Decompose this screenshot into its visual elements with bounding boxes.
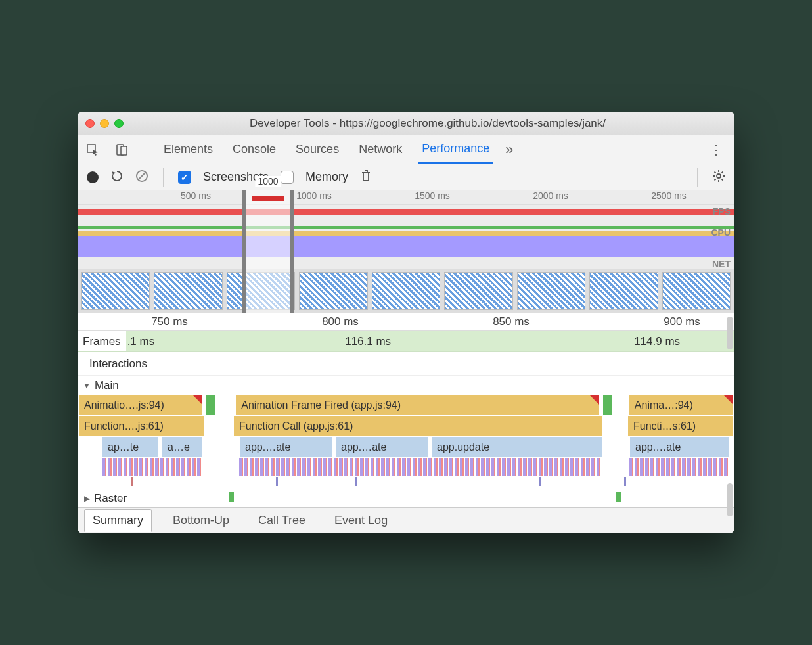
tab-summary[interactable]: Summary — [84, 509, 152, 532]
screenshot-thumb[interactable] — [81, 272, 150, 310]
flame-event[interactable]: ap…te — [102, 437, 158, 457]
scrollbar[interactable] — [727, 317, 733, 349]
overview-ruler: 500 ms 1000 ms 1500 ms 2000 ms 2500 ms — [78, 190, 734, 205]
record-button[interactable] — [87, 171, 99, 183]
frames-label: Frames — [78, 331, 126, 351]
screenshot-filmstrip[interactable] — [78, 269, 734, 313]
details-tabs: Summary Bottom-Up Call Tree Event Log — [78, 507, 734, 533]
svg-line-4 — [138, 172, 146, 180]
window-controls — [85, 119, 124, 128]
screenshot-thumb[interactable] — [444, 272, 512, 310]
flame-event[interactable]: app.update — [432, 437, 602, 457]
screenshots-checkbox[interactable]: ✓ — [178, 171, 191, 184]
interactions-label: Interactions — [89, 357, 147, 370]
flame-event[interactable] — [206, 395, 215, 415]
flame-event[interactable]: a…e — [162, 437, 202, 457]
fps-label: FPS — [713, 206, 731, 217]
ruler-tick: 1000 ms — [296, 190, 332, 201]
svg-rect-2 — [121, 146, 127, 155]
frame-duration: 116.1 ms — [345, 335, 391, 348]
flame-event[interactable]: Function….js:61) — [79, 416, 204, 436]
flamechart-pane[interactable]: 750 ms 800 ms 850 ms 900 ms Frames .1 ms… — [78, 313, 734, 507]
memory-label: Memory — [305, 170, 348, 184]
ruler-tick: 2000 ms — [533, 190, 568, 201]
svg-point-5 — [717, 174, 721, 178]
screenshot-thumb[interactable] — [662, 272, 731, 310]
screenshot-thumb[interactable] — [154, 272, 222, 310]
fps-bar — [78, 209, 734, 215]
screenshot-thumb[interactable] — [299, 272, 367, 310]
tab-bottom-up[interactable]: Bottom-Up — [165, 510, 237, 531]
close-window-button[interactable] — [85, 119, 95, 128]
zoom-window-button[interactable] — [114, 119, 124, 128]
tab-performance[interactable]: Performance — [418, 135, 493, 164]
screenshot-thumb[interactable] — [227, 272, 295, 310]
tab-sources[interactable]: Sources — [292, 136, 343, 163]
garbage-collect-icon[interactable] — [360, 169, 372, 185]
ruler-tick: 500 ms — [181, 190, 211, 201]
device-toggle-icon[interactable] — [113, 141, 130, 158]
reload-record-button[interactable] — [110, 169, 124, 185]
flame-event[interactable]: app.…ate — [630, 437, 729, 457]
main-label: Main — [95, 379, 119, 392]
tab-event-log[interactable]: Event Log — [327, 510, 395, 531]
divider — [697, 168, 698, 187]
select-element-icon[interactable] — [84, 141, 101, 158]
flame-dense[interactable] — [239, 458, 602, 476]
flame-event[interactable]: app.…ate — [240, 437, 332, 457]
divider — [145, 141, 145, 159]
tab-console[interactable]: Console — [229, 136, 280, 163]
frames-track[interactable]: Frames .1 ms 116.1 ms 114.9 ms — [78, 331, 734, 352]
flame-event[interactable]: Function Call (app.js:61) — [234, 416, 602, 436]
overview-net-lane: NET — [78, 257, 734, 269]
tab-elements[interactable]: Elements — [160, 136, 217, 163]
window-title: Developer Tools - https://googlechrome.g… — [129, 117, 727, 130]
disclosure-triangle-icon[interactable]: ▶ — [84, 494, 90, 503]
memory-checkbox[interactable] — [281, 171, 294, 184]
raster-label: Raster — [94, 492, 127, 505]
overview-cpu-lane: CPU — [78, 226, 734, 257]
clear-button[interactable] — [135, 169, 148, 185]
titlebar: Developer Tools - https://googlechrome.g… — [78, 112, 734, 135]
screenshots-label: Screenshots — [203, 170, 269, 184]
flame-event[interactable]: Animatio….js:94) — [79, 395, 202, 415]
overview-fps-lane: FPS — [78, 205, 734, 226]
flame-dense[interactable] — [102, 458, 201, 476]
frame-duration: .1 ms — [127, 335, 155, 348]
minimize-window-button[interactable] — [100, 119, 109, 128]
settings-menu-button[interactable]: ⋮ — [704, 142, 728, 158]
tab-network[interactable]: Network — [355, 136, 406, 163]
interactions-track[interactable]: Interactions — [78, 352, 734, 376]
panel-tabstrip: Elements Console Sources Network Perform… — [78, 135, 734, 164]
flame-event[interactable]: app.…ate — [336, 437, 428, 457]
more-tabs-button[interactable]: » — [505, 141, 513, 158]
ruler-tick: 2500 ms — [651, 190, 687, 201]
ruler-tick: 800 ms — [322, 315, 359, 328]
capture-settings-icon[interactable] — [712, 169, 725, 185]
ruler-tick: 1500 ms — [415, 190, 450, 201]
tab-call-tree[interactable]: Call Tree — [250, 510, 313, 531]
screenshot-thumb[interactable] — [517, 272, 585, 310]
detail-ruler: 750 ms 800 ms 850 ms 900 ms — [78, 313, 734, 331]
raster-track-header[interactable]: ▶ Raster — [78, 489, 734, 507]
overview-pane[interactable]: 500 ms 1000 ms 1500 ms 2000 ms 2500 ms F… — [78, 190, 734, 313]
frame-duration: 114.9 ms — [634, 335, 680, 348]
disclosure-triangle-icon[interactable]: ▼ — [83, 381, 91, 390]
flame-event[interactable]: Functi…s:61) — [628, 416, 733, 436]
flame-sparse — [79, 477, 733, 489]
scrollbar[interactable] — [727, 483, 733, 516]
cpu-label: CPU — [711, 227, 731, 238]
raster-event[interactable] — [229, 492, 234, 502]
divider — [163, 168, 164, 187]
flame-dense[interactable] — [629, 458, 728, 476]
screenshot-thumb[interactable] — [372, 272, 440, 310]
main-flamechart[interactable]: Animatio….js:94) Animation Frame Fired (… — [78, 395, 734, 489]
flame-event[interactable] — [603, 395, 612, 415]
ruler-tick: 850 ms — [493, 315, 530, 328]
screenshot-thumb[interactable] — [589, 272, 658, 310]
raster-event[interactable] — [616, 492, 621, 502]
net-label: NET — [712, 259, 731, 269]
flame-event[interactable]: Anima…:94) — [629, 395, 733, 415]
flame-event[interactable]: Animation Frame Fired (app.js:94) — [236, 395, 599, 415]
main-track-header[interactable]: ▼ Main — [78, 376, 734, 395]
